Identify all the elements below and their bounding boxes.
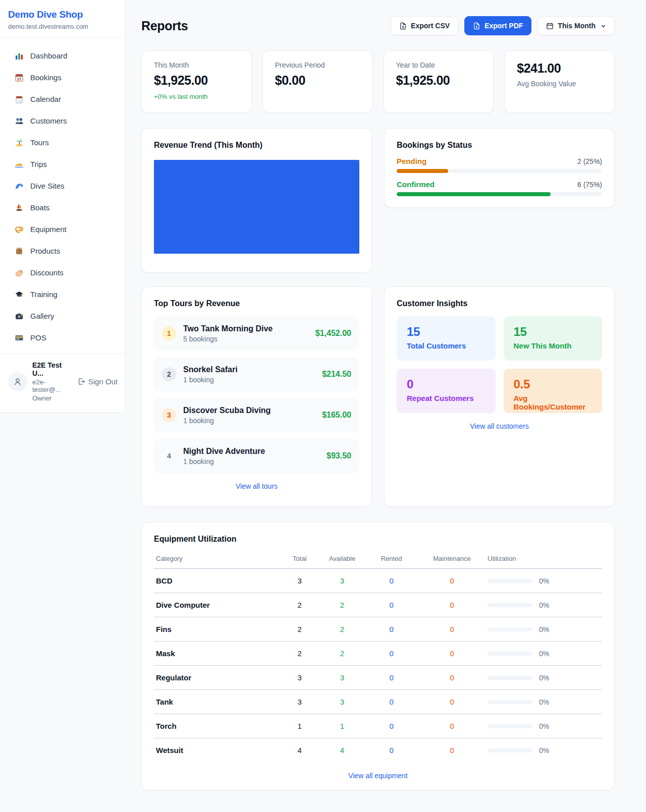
charts-row: Revenue Trend (This Month) Bookings by S… xyxy=(141,128,615,273)
status-bar-fill xyxy=(397,192,551,196)
sidebar-item-equipment[interactable]: Equipment xyxy=(0,218,125,240)
column-header-maintenance: Maintenance xyxy=(418,552,486,569)
sidebar-item-customers[interactable]: Customers xyxy=(0,110,125,132)
sidebar-item-gallery[interactable]: Gallery xyxy=(0,305,125,327)
export-csv-button[interactable]: Export CSV xyxy=(391,16,458,35)
view-all-tours-link[interactable]: View all tours xyxy=(154,482,359,490)
island-icon xyxy=(15,138,24,147)
sidebar-item-training[interactable]: Training xyxy=(0,283,125,305)
export-pdf-label: Export PDF xyxy=(484,22,523,30)
sidebar-item-calendar[interactable]: Calendar xyxy=(0,88,125,110)
rank-badge: 1 xyxy=(162,326,176,340)
sidebar-item-tours[interactable]: Tours xyxy=(0,132,125,153)
insight-label: Repeat Customers xyxy=(407,394,486,402)
equipment-maintenance: 0 xyxy=(418,642,486,666)
equipment-rented: 0 xyxy=(364,569,418,593)
view-all-customers-link[interactable]: View all customers xyxy=(397,422,602,430)
utilization-bar-track xyxy=(488,748,532,752)
shop-domain: demo.test.divestreams.com xyxy=(8,23,117,30)
utilization-bar-track xyxy=(488,700,532,704)
table-row: Dive Computer 2 2 0 0 0% xyxy=(154,593,602,617)
sidebar-item-products[interactable]: Products xyxy=(0,240,125,262)
utilization-percent: 0% xyxy=(539,674,549,682)
sidebar-item-dive-sites[interactable]: Dive Sites xyxy=(0,175,125,197)
equipment-total: 3 xyxy=(280,666,320,690)
stat-label: Avg Booking Value xyxy=(517,80,602,88)
tour-row: 1 Two Tank Morning Dive 5 bookings $1,45… xyxy=(154,316,359,351)
tour-row: 2 Snorkel Safari 1 booking $214.50 xyxy=(154,357,359,391)
sidebar-item-label: Bookings xyxy=(30,73,62,82)
equipment-category: Mask xyxy=(154,642,280,666)
utilization-percent: 0% xyxy=(539,625,549,633)
customer-insights-card: Customer Insights 15 Total Customers 15 … xyxy=(384,286,615,507)
user-name: E2E Test U... xyxy=(32,361,73,377)
insight-tile-repeat-customers: 0 Repeat Customers xyxy=(397,369,496,413)
user-role: Owner xyxy=(32,394,73,402)
dive-mask-icon xyxy=(15,225,24,234)
tour-bookings: 1 booking xyxy=(183,457,319,466)
equipment-table: Category Total Available Rented Maintena… xyxy=(154,552,602,763)
equipment-available: 2 xyxy=(320,642,365,666)
shop-name: Demo Dive Shop xyxy=(8,9,117,20)
insight-label: Total Customers xyxy=(407,341,486,350)
stat-label: Previous Period xyxy=(275,61,360,69)
stat-card-avg-booking-value: $241.00 Avg Booking Value xyxy=(504,50,615,113)
equipment-rented: 0 xyxy=(364,690,418,714)
rank-badge: 3 xyxy=(162,408,176,422)
status-bar-track xyxy=(397,192,602,196)
rank-badge: 2 xyxy=(162,367,176,381)
sidebar-item-dashboard[interactable]: Dashboard xyxy=(0,45,125,67)
equipment-total: 3 xyxy=(280,690,320,714)
equipment-maintenance: 0 xyxy=(418,690,486,714)
calendar-date-icon: 17 xyxy=(15,73,24,82)
calendar-icon xyxy=(546,22,554,30)
stat-label: Year to Date xyxy=(396,61,481,69)
sidebar-item-label: Products xyxy=(30,247,60,255)
tour-amount: $214.50 xyxy=(322,370,351,379)
sign-out-icon xyxy=(78,378,85,385)
utilization-bar-track xyxy=(488,603,532,607)
stat-value: $0.00 xyxy=(275,73,360,88)
table-row: Torch 1 1 0 0 0% xyxy=(154,714,602,738)
revenue-trend-title: Revenue Trend (This Month) xyxy=(154,141,359,150)
period-dropdown[interactable]: This Month xyxy=(537,16,615,35)
revenue-trend-chart xyxy=(154,160,359,254)
avatar xyxy=(8,372,27,391)
sidebar-item-bookings[interactable]: 17 Bookings xyxy=(0,67,125,88)
equipment-available: 3 xyxy=(320,690,365,714)
sign-out-label: Sign Out xyxy=(88,377,118,386)
status-row-pending: Pending 2 (25%) xyxy=(397,157,602,173)
equipment-maintenance: 0 xyxy=(418,738,486,763)
sidebar-item-pos[interactable]: POS xyxy=(0,327,125,349)
utilization-bar-track xyxy=(488,652,532,656)
equipment-rented: 0 xyxy=(364,642,418,666)
tour-row: 4 Night Dive Adventure 1 booking $93.50 xyxy=(154,439,359,473)
tour-bookings: 1 booking xyxy=(183,376,315,384)
sidebar-item-label: POS xyxy=(30,333,46,342)
utilization-percent: 0% xyxy=(539,722,549,730)
sidebar-item-label: Calendar xyxy=(30,95,61,103)
stat-value: $1,925.00 xyxy=(396,73,481,88)
sidebar-item-trips[interactable]: Trips xyxy=(0,153,125,175)
sidebar-item-discounts[interactable]: Discounts xyxy=(0,262,125,283)
sidebar-item-label: Tours xyxy=(30,138,49,147)
insight-value: 0 xyxy=(407,377,486,391)
view-all-equipment-link[interactable]: View all equipment xyxy=(154,772,602,780)
sidebar-item-label: Gallery xyxy=(30,312,55,320)
export-pdf-button[interactable]: Export PDF xyxy=(464,16,531,35)
equipment-rented: 0 xyxy=(364,593,418,617)
table-row: Mask 2 2 0 0 0% xyxy=(154,642,602,666)
svg-text:17: 17 xyxy=(17,77,21,80)
equipment-total: 3 xyxy=(280,569,320,593)
export-csv-label: Export CSV xyxy=(411,22,450,30)
sidebar-item-boats[interactable]: Boats xyxy=(0,197,125,218)
camera-icon xyxy=(15,312,24,321)
status-bar-fill xyxy=(397,169,448,173)
sign-out-button[interactable]: Sign Out xyxy=(78,377,118,386)
equipment-maintenance: 0 xyxy=(418,569,486,593)
customer-insights-title: Customer Insights xyxy=(397,299,602,308)
sidebar-item-label: Discounts xyxy=(30,268,64,277)
equipment-maintenance: 0 xyxy=(418,666,486,690)
rank-badge: 4 xyxy=(162,449,176,463)
column-header-rented: Rented xyxy=(364,552,418,569)
